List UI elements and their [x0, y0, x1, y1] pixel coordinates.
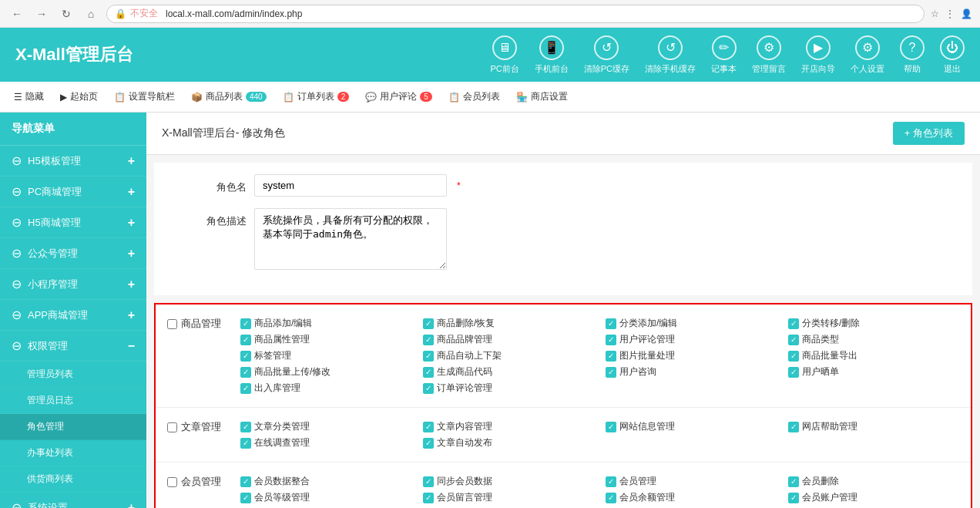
h5-mall-label: H5商城管理: [28, 216, 81, 230]
cb-icon[interactable]: ✓: [606, 493, 616, 503]
sidebar-item-mini-program[interactable]: ⊖ 小程序管理 +: [0, 269, 146, 300]
app-mall-expand: +: [128, 308, 135, 322]
reload-button[interactable]: ↻: [57, 5, 76, 23]
cb-icon[interactable]: ✓: [240, 318, 251, 329]
nav-bar: ☰ 隐藏 ▶ 起始页 📋 设置导航栏 📦 商品列表 440 📋 订单列表 2 💬…: [0, 82, 980, 113]
sidebar-item-pc-mall[interactable]: ⊖ PC商城管理 +: [0, 177, 146, 207]
sidebar-item-role-management[interactable]: 角色管理: [0, 414, 146, 440]
cb-icon[interactable]: ✓: [423, 476, 434, 487]
user-icon[interactable]: 👤: [961, 8, 972, 19]
cb-icon[interactable]: ✓: [423, 438, 434, 449]
role-desc-input[interactable]: 系统操作员，具备所有可分配的权限，基本等同于admin角色。: [254, 208, 447, 270]
nav-order-list[interactable]: 📋 订单列表 2: [277, 87, 356, 106]
sidebar-item-permission[interactable]: ⊖ 权限管理 −: [0, 331, 146, 362]
logo: X-Mall管理后台: [15, 43, 162, 66]
sidebar-item-office-list[interactable]: 办事处列表: [0, 440, 146, 466]
cb-icon[interactable]: ✓: [788, 476, 799, 487]
header-mobile-frontend[interactable]: 📱 手机前台: [535, 35, 569, 75]
cb-icon[interactable]: ✓: [240, 422, 251, 432]
cb-icon[interactable]: ✓: [423, 422, 434, 432]
cb-icon[interactable]: ✓: [240, 383, 251, 394]
header-pc-frontend[interactable]: 🖥 PC前台: [490, 35, 519, 75]
set-navbar-label: 设置导航栏: [129, 90, 175, 103]
sidebar-item-system-settings[interactable]: ⊖ 系统设置 +: [0, 493, 146, 508]
home-button[interactable]: ⌂: [82, 5, 100, 23]
perm-product-checkbox[interactable]: [167, 319, 177, 329]
cb-icon[interactable]: ✓: [606, 422, 616, 432]
nav-user-comments[interactable]: 💬 用户评论 5: [359, 87, 438, 106]
header-help[interactable]: ? 帮助: [900, 35, 925, 75]
cb-icon[interactable]: ✓: [788, 493, 799, 503]
sidebar-item-app-mall[interactable]: ⊖ APP商城管理 +: [0, 300, 146, 331]
cb-icon[interactable]: ✓: [240, 367, 251, 378]
header-open-guide[interactable]: ▶ 开店向导: [801, 35, 835, 75]
back-button[interactable]: ←: [8, 5, 26, 23]
cb-icon[interactable]: ✓: [423, 493, 434, 503]
perm-item: ✓用户评论管理: [606, 333, 780, 346]
nav-product-list[interactable]: 📦 商品列表 440: [185, 87, 273, 106]
cb-icon[interactable]: ✓: [423, 383, 434, 394]
perm-item: ✓会员账户管理: [788, 491, 963, 504]
cb-icon[interactable]: ✓: [788, 367, 799, 378]
mobile-frontend-label: 手机前台: [535, 63, 569, 75]
sidebar-item-h5-mall[interactable]: ⊖ H5商城管理 +: [0, 207, 146, 238]
permission-expand: −: [128, 339, 135, 353]
header-clear-pc-cache[interactable]: ↺ 清除PC缓存: [584, 35, 629, 75]
public-account-expand: +: [128, 247, 135, 261]
cb-icon[interactable]: ✓: [606, 351, 616, 362]
cb-icon[interactable]: ✓: [240, 493, 251, 503]
browser-icons: ☆ ⋮ 👤: [931, 8, 972, 19]
nav-hide[interactable]: ☰ 隐藏: [8, 87, 50, 106]
sidebar-item-supplier-list[interactable]: 供货商列表: [0, 466, 146, 493]
cb-icon[interactable]: ✓: [606, 335, 616, 345]
perm-item: ✓商品品牌管理: [423, 333, 598, 346]
sidebar-item-admin-list[interactable]: 管理员列表: [0, 362, 146, 388]
address-bar[interactable]: 🔒 不安全 local.x-mall.com/admin/index.php: [106, 5, 925, 23]
add-role-button[interactable]: + 角色列表: [893, 122, 965, 145]
cb-icon[interactable]: ✓: [423, 335, 434, 345]
header-personal-settings[interactable]: ⚙ 个人设置: [851, 35, 884, 75]
cb-icon[interactable]: ✓: [423, 367, 434, 378]
system-settings-label: 系统设置: [28, 501, 68, 509]
nav-shop-settings[interactable]: 🏪 商店设置: [510, 87, 574, 106]
perm-item: ✓商品属性管理: [240, 333, 415, 346]
menu-icon[interactable]: ⋮: [945, 8, 955, 19]
perm-item: ✓分类转移/删除: [788, 317, 963, 330]
role-name-input[interactable]: [254, 174, 447, 197]
header-clear-mobile-cache[interactable]: ↺ 清除手机缓存: [645, 35, 696, 75]
cb-icon[interactable]: ✓: [240, 351, 251, 362]
clear-pc-cache-icon: ↺: [594, 35, 619, 60]
perm-category-product: 商品管理: [156, 311, 233, 337]
perm-article-checkbox[interactable]: [167, 422, 177, 432]
public-account-icon: ⊖: [12, 246, 22, 261]
cb-icon[interactable]: ✓: [788, 422, 799, 432]
cb-icon[interactable]: ✓: [788, 351, 799, 362]
cb-icon[interactable]: ✓: [788, 318, 799, 329]
h5-mall-icon: ⊖: [12, 215, 22, 230]
forward-button[interactable]: →: [32, 5, 51, 23]
cb-icon[interactable]: ✓: [606, 367, 616, 378]
sidebar-item-admin-log[interactable]: 管理员日志: [0, 388, 146, 414]
cb-icon[interactable]: ✓: [240, 476, 251, 487]
star-icon[interactable]: ☆: [931, 8, 939, 19]
header-logout[interactable]: ⏻ 退出: [940, 35, 965, 75]
perm-item: ✓文章自动发布: [423, 436, 598, 449]
home-label: 起始页: [70, 90, 98, 103]
cb-icon[interactable]: ✓: [423, 351, 434, 362]
cb-icon[interactable]: ✓: [606, 318, 616, 329]
cb-icon[interactable]: ✓: [606, 476, 616, 487]
cb-icon[interactable]: ✓: [423, 318, 434, 329]
perm-item: ✓订单评论管理: [423, 382, 598, 395]
cb-icon[interactable]: ✓: [788, 335, 799, 345]
header-admin-msg[interactable]: ⚙ 管理留言: [752, 35, 786, 75]
header-notepad[interactable]: ✏ 记事本: [711, 35, 737, 75]
sidebar-item-h5-template[interactable]: ⊖ H5模板管理 +: [0, 146, 146, 177]
cb-icon[interactable]: ✓: [240, 438, 251, 449]
sidebar-item-public-account[interactable]: ⊖ 公众号管理 +: [0, 238, 146, 269]
nav-home[interactable]: ▶ 起始页: [54, 87, 104, 106]
perm-member-checkbox[interactable]: [167, 477, 177, 487]
cb-icon[interactable]: ✓: [240, 335, 251, 345]
top-header: X-Mall管理后台 🖥 PC前台 📱 手机前台 ↺ 清除PC缓存 ↺ 清除手机…: [0, 28, 980, 82]
nav-set-navbar[interactable]: 📋 设置导航栏: [108, 87, 181, 106]
nav-member-list[interactable]: 📋 会员列表: [442, 87, 506, 106]
